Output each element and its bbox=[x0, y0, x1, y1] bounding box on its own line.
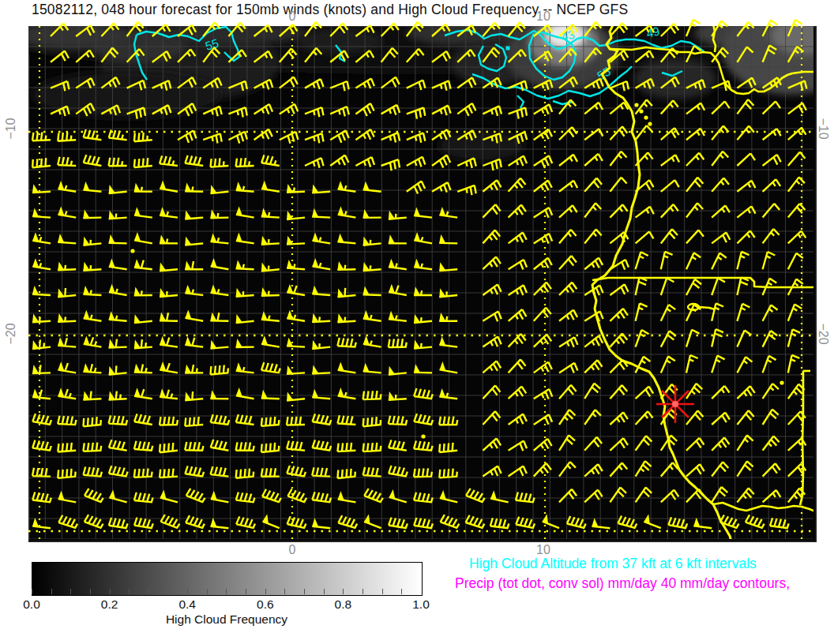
colorbar-caption: High Cloud Frequency bbox=[166, 612, 287, 627]
map-panel bbox=[28, 26, 817, 542]
right-axis-tick-label: −20 bbox=[816, 323, 830, 344]
colorbar-tick-label: 0.8 bbox=[335, 597, 352, 612]
top-axis-tick-label: 0 bbox=[289, 9, 296, 24]
top-axis-tick-label: 10 bbox=[536, 9, 550, 24]
left-axis-tick-label: −20 bbox=[4, 323, 18, 344]
bottom-axis-tick-label: 0 bbox=[289, 543, 296, 557]
colorbar-tick-label: 0.2 bbox=[101, 597, 118, 612]
colorbar-tick-label: 0.0 bbox=[23, 597, 40, 612]
colorbar-tick-label: 0.4 bbox=[178, 597, 196, 612]
left-axis-tick-label: −10 bbox=[4, 118, 18, 139]
colorbar-minor-ticks bbox=[32, 589, 421, 594]
right-axis-tick-label: −10 bbox=[816, 118, 830, 139]
legend-cloud-altitude: High Cloud Altitude from 37 kft at 6 kft… bbox=[469, 556, 757, 572]
colorbar-tick-label: 0.6 bbox=[257, 597, 274, 612]
colorbar-tick-label: 1.0 bbox=[412, 597, 430, 612]
legend-precip: Precip (tot dot, conv sol) mm/day 40 mm/… bbox=[455, 575, 790, 592]
weather-chart-page: 15082112, 048 hour forecast for 150mb wi… bbox=[0, 0, 834, 644]
